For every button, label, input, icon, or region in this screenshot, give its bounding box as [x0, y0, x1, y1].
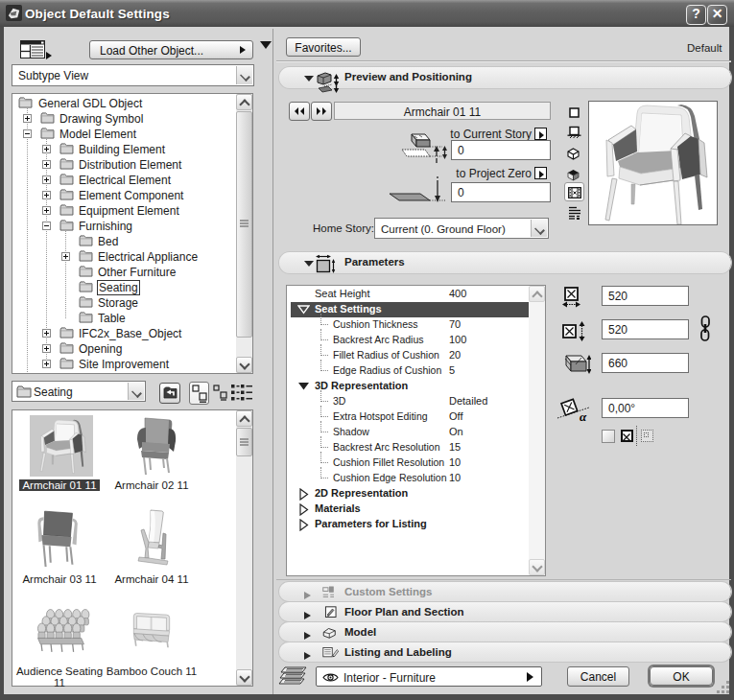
svg-text:α: α	[580, 409, 587, 422]
